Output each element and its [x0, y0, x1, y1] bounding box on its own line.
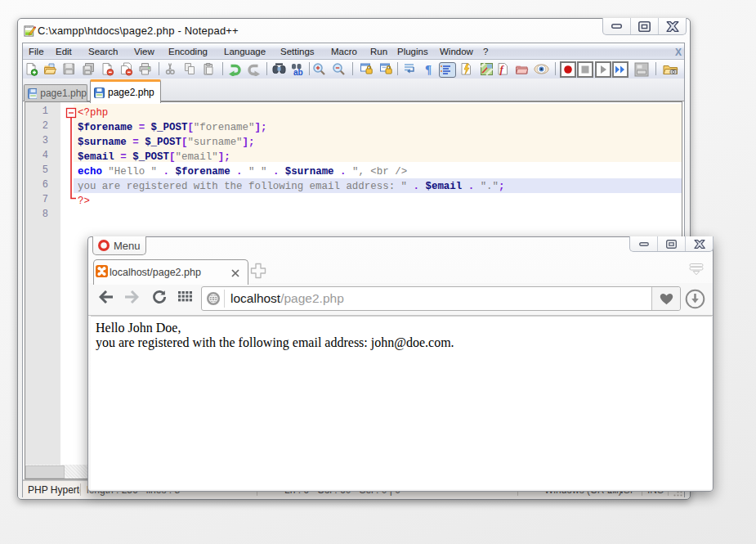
svg-text:ab: ab — [293, 68, 303, 76]
svg-text:¶: ¶ — [425, 63, 432, 76]
